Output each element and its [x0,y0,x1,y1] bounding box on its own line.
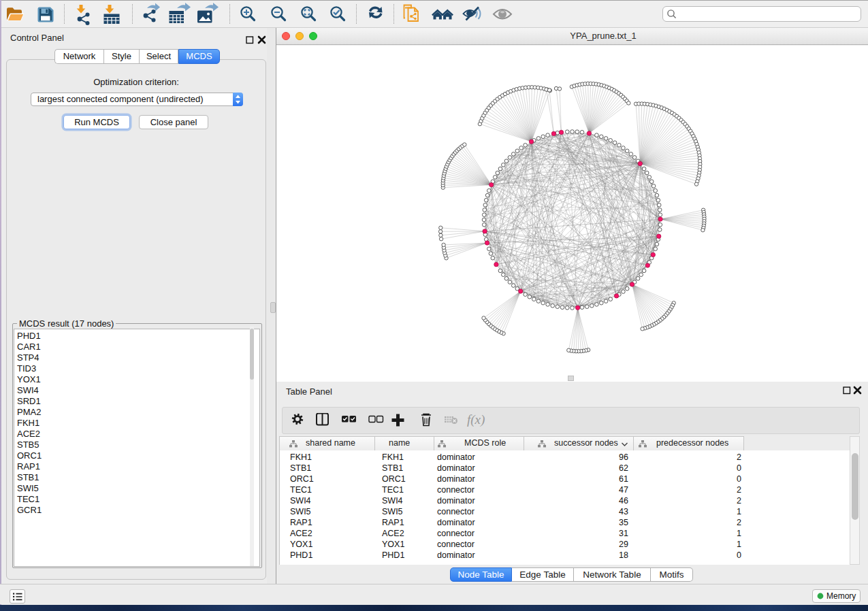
svg-text:f(x): f(x) [467,413,485,427]
